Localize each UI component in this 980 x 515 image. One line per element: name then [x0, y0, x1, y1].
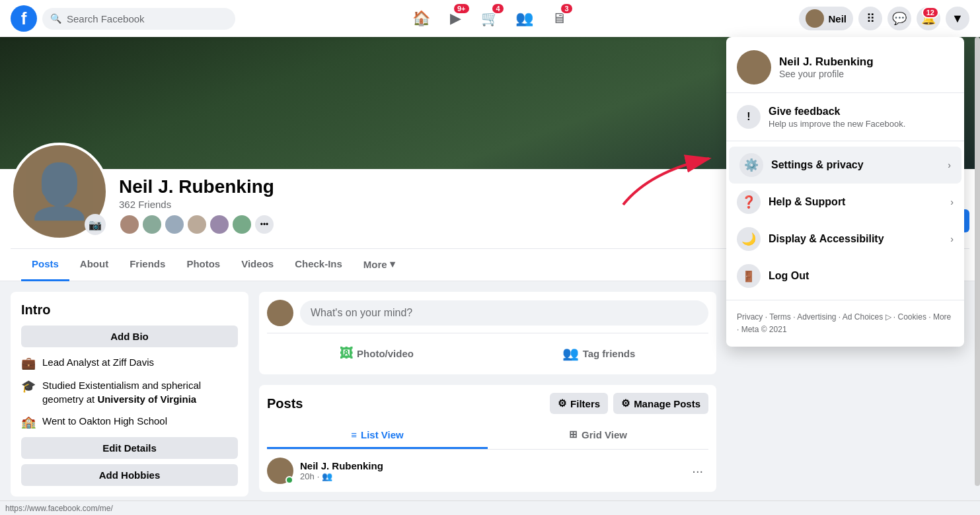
dropdown-help-support[interactable]: ❓ Help & Support ›	[726, 184, 964, 221]
intro-item-highschool: 🏫 Went to Oakton High School	[21, 414, 238, 429]
profile-button[interactable]: Neil	[799, 7, 853, 30]
friend-avatar-2	[141, 214, 163, 235]
feedback-title: Give feedback	[769, 106, 954, 118]
notifications-icon-btn[interactable]: 🔔 12	[917, 7, 940, 30]
chevron-down-icon: ▼	[952, 12, 963, 26]
display-text: Display & Accessibility	[769, 233, 942, 245]
friend-avatar-3	[164, 214, 185, 235]
pages-icon-btn[interactable]: 🖥 3	[543, 3, 575, 34]
divider-1	[726, 141, 964, 141]
photo-video-btn[interactable]: 🖼 Photo/video	[267, 340, 486, 366]
dropdown-give-feedback[interactable]: ! Give feedback Help us improve the new …	[726, 98, 964, 135]
post-meta: 20h · 👥	[300, 471, 383, 481]
dropdown-settings-privacy[interactable]: ⚙️ Settings & privacy ›	[729, 147, 961, 184]
nav-left: f 🔍 Search Facebook	[11, 5, 235, 32]
groups-icon: 👥	[515, 10, 533, 27]
photo-video-label: Photo/video	[357, 348, 414, 359]
pages-badge: 3	[560, 3, 573, 15]
feedback-icon-wrap: !	[737, 105, 761, 129]
settings-chevron-icon: ›	[948, 160, 951, 170]
camera-icon: 📷	[89, 219, 102, 231]
friend-avatar-6	[231, 214, 252, 235]
change-photo-btn[interactable]: 📷	[85, 214, 106, 235]
friend-avatar-4	[186, 214, 207, 235]
tab-checkins[interactable]: Check-Ins	[284, 249, 353, 281]
messenger-icon-btn[interactable]: 💬	[887, 7, 911, 30]
apps-icon-btn[interactable]: ⠿	[858, 7, 882, 30]
photo-icon: 🖼	[340, 346, 353, 361]
post-author-info: Neil J. Rubenking 20h · 👥	[300, 460, 383, 481]
tab-posts[interactable]: Posts	[21, 249, 69, 281]
post-more-btn[interactable]: ···	[687, 461, 708, 481]
right-column: What's on your mind? 🖼 Photo/video 👥 Tag…	[259, 292, 716, 497]
tab-more[interactable]: More ▾	[353, 249, 406, 281]
apps-icon: ⠿	[866, 11, 875, 26]
intro-item-work: 💼 Lead Analyst at Ziff Davis	[21, 355, 238, 370]
post-row: Neil J. Rubenking 20h · 👥 ···	[267, 458, 708, 484]
display-chevron-icon: ›	[950, 234, 954, 244]
dropdown-display-accessibility[interactable]: 🌙 Display & Accessibility ›	[726, 221, 964, 258]
nav-right: Neil ⠿ 💬 🔔 12 ▼	[745, 7, 969, 30]
whats-on-mind-card: What's on your mind? 🖼 Photo/video 👥 Tag…	[259, 292, 716, 374]
intro-card: Intro Add Bio 💼 Lead Analyst at Ziff Dav…	[11, 292, 248, 497]
home-icon-btn[interactable]: 🏠	[406, 3, 437, 34]
video-badge: 9+	[453, 3, 471, 15]
dropdown-profile-info: Neil J. Rubenking See your profile	[779, 55, 874, 79]
add-bio-btn[interactable]: Add Bio	[21, 326, 238, 347]
search-icon: 🔍	[50, 13, 61, 24]
search-box[interactable]: 🔍 Search Facebook	[42, 8, 235, 30]
edit-details-btn[interactable]: Edit Details	[21, 437, 238, 459]
feedback-sub: Help us improve the new Facebook.	[769, 119, 954, 129]
more-chevron-icon: ▾	[390, 258, 395, 270]
wom-avatar	[267, 300, 293, 326]
help-icon-wrap: ❓	[737, 190, 761, 214]
add-hobbies-btn[interactable]: Add Hobbies	[21, 464, 238, 486]
settings-icon-wrap: ⚙️	[739, 153, 763, 177]
display-title: Display & Accessibility	[769, 233, 942, 245]
filters-icon: ⚙	[558, 397, 566, 409]
list-icon: ≡	[351, 429, 357, 440]
profile-avatar-small	[806, 9, 824, 28]
profile-name-label: Neil	[828, 13, 847, 24]
intro-education-text: Studied Existentialism and spherical geo…	[42, 378, 238, 406]
dropdown-logout[interactable]: 🚪 Log Out	[726, 258, 964, 294]
tab-about[interactable]: About	[69, 249, 119, 281]
top-navigation: f 🔍 Search Facebook 🏠 ▶ 9+ 🛒 4 👥 🖥 3 N	[0, 0, 980, 37]
status-bar: https://www.facebook.com/me/	[0, 500, 980, 515]
nav-center: 🏠 ▶ 9+ 🛒 4 👥 🖥 3	[235, 3, 745, 34]
grid-icon: ⊞	[569, 429, 578, 440]
tab-videos[interactable]: Videos	[231, 249, 284, 281]
list-view-btn[interactable]: ≡ List View	[267, 422, 488, 449]
groups-icon-btn[interactable]: 👥	[509, 3, 541, 34]
dropdown-avatar	[737, 50, 771, 85]
posts-header-btns: ⚙ Filters ⚙ Manage Posts	[550, 393, 708, 414]
filters-btn[interactable]: ⚙ Filters	[550, 393, 608, 414]
profile-pic-placeholder: 👤	[26, 160, 93, 223]
post-author-name: Neil J. Rubenking	[300, 460, 383, 471]
store-badge: 4	[491, 3, 504, 15]
account-dropdown-menu: Neil J. Rubenking See your profile ! Giv…	[726, 37, 964, 347]
dropdown-profile-sub: See your profile	[779, 69, 874, 79]
store-icon-btn[interactable]: 🛒 4	[474, 3, 506, 34]
post-audience-icon: 👥	[322, 471, 332, 481]
display-icon-wrap: 🌙	[737, 227, 761, 251]
tag-friends-icon: 👥	[562, 345, 579, 361]
video-icon-btn[interactable]: ▶ 9+	[440, 3, 472, 34]
scroll-thumb[interactable]	[975, 37, 980, 486]
online-dot	[285, 476, 293, 484]
tag-friends-btn[interactable]: 👥 Tag friends	[489, 340, 708, 366]
dropdown-profile-row[interactable]: Neil J. Rubenking See your profile	[726, 42, 964, 93]
grid-view-btn[interactable]: ⊞ Grid View	[488, 422, 708, 449]
content-area: Intro Add Bio 💼 Lead Analyst at Ziff Dav…	[0, 281, 727, 507]
manage-posts-btn[interactable]: ⚙ Manage Posts	[613, 393, 708, 414]
logout-title: Log Out	[769, 270, 954, 282]
tab-photos[interactable]: Photos	[176, 249, 231, 281]
facebook-logo[interactable]: f	[11, 5, 37, 32]
tab-friends[interactable]: Friends	[119, 249, 176, 281]
account-menu-btn[interactable]: ▼	[946, 7, 969, 30]
logout-icon-wrap: 🚪	[737, 264, 761, 288]
dropdown-profile-name: Neil J. Rubenking	[779, 55, 874, 69]
whats-on-mind-input[interactable]: What's on your mind?	[300, 300, 708, 326]
divider-2	[726, 300, 964, 300]
help-title: Help & Support	[769, 196, 942, 208]
